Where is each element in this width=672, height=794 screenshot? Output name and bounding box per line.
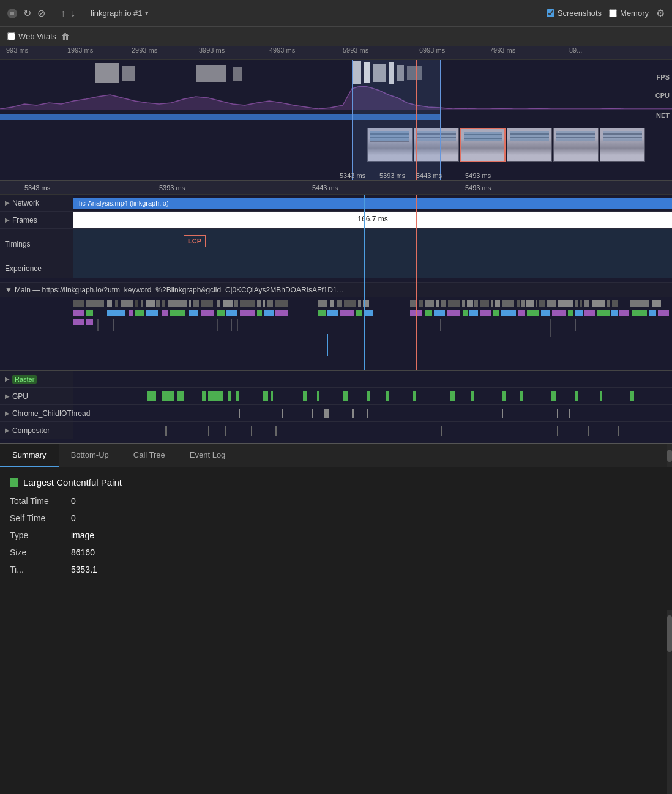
svg-rect-27 [223,300,233,307]
detail-key-type: Type [10,530,71,540]
chrome-io-track-label: ▶ Chrome_ChildIOThread [0,405,73,421]
tab-summary[interactable]: Summary [0,444,59,467]
svg-rect-103 [575,310,583,316]
download-button[interactable]: ↓ [70,8,75,19]
gpu-expand-icon[interactable]: ▶ [5,393,10,399]
zoomed-timeline[interactable]: 5343 ms 5393 ms 5443 ms 5493 ms ▶ Networ… [0,181,672,371]
svg-rect-69 [86,310,93,316]
detail-scrollbar-track[interactable] [667,610,672,794]
detail-row-next: Ti... 5353.1 [10,565,662,574]
tabs-scrollbar-thumb [667,450,672,462]
svg-rect-51 [495,300,500,307]
time-label-mid: 5393 ms [379,172,405,179]
session-selector[interactable]: linkgraph.io #1 ▾ [91,9,149,18]
screenshots-toggle[interactable]: Screenshots [547,9,602,18]
gpu-label-text: GPU [12,392,28,401]
screenshots-checkbox[interactable] [547,9,554,17]
gpu-bar-7 [236,391,239,401]
detail-key-next: Ti... [10,565,71,574]
svg-rect-106 [611,310,618,316]
memory-checkbox[interactable] [609,9,617,17]
raster-label-text: Raster [12,375,37,384]
prohibit-button[interactable]: ⊘ [37,7,45,19]
svg-rect-85 [327,310,338,316]
chrome-io-expand-icon[interactable]: ▶ [5,410,10,417]
timeline-overview[interactable]: 993 ms 1993 ms 2993 ms 3993 ms 4993 ms 5… [0,46,672,181]
network-expand-icon[interactable]: ▶ [5,199,10,206]
ruler-tick-0: 993 ms [6,46,28,54]
svg-rect-24 [193,300,199,307]
detail-title-icon [10,478,18,487]
svg-rect-101 [552,310,566,316]
detail-key-self-time: Self Time [10,513,71,523]
svg-rect-74 [162,310,168,316]
gpu-bar-5 [208,391,223,401]
tab-event-log[interactable]: Event Log [177,444,238,467]
tab-call-tree[interactable]: Call Tree [121,444,177,467]
svg-rect-61 [580,300,582,307]
ruler-tick-1: 1993 ms [67,46,93,54]
frames-expand-icon[interactable]: ▶ [5,217,10,223]
detail-title-row: Largest Contentful Paint [10,477,662,488]
svg-rect-119 [73,319,84,325]
trash-icon[interactable]: 🗑 [61,32,70,42]
detail-val-next: 5353.1 [71,565,97,574]
main-thread-expand-icon[interactable]: ▼ [5,286,12,294]
zoomed-tick-2: 5443 ms [312,184,338,191]
svg-rect-68 [73,310,84,316]
tab-bottom-up-label: Bottom-Up [71,450,109,459]
tabs-scrollbar[interactable] [667,444,672,467]
reload-button[interactable]: ↻ [23,7,31,19]
svg-rect-75 [170,310,185,316]
gpu-bar-17 [471,391,474,401]
svg-rect-29 [240,300,255,307]
detail-panel: Largest Contentful Paint Total Time 0 Se… [0,467,672,794]
memory-label: Memory [620,9,649,18]
io-bar-2 [282,409,283,418]
settings-icon[interactable]: ⚙ [656,7,665,19]
svg-rect-18 [141,300,143,307]
svg-rect-34 [318,300,327,307]
svg-rect-15 [115,300,118,307]
svg-rect-120 [86,319,93,325]
screenshot-thumb-5 [553,128,599,162]
svg-rect-79 [226,310,237,316]
drop-line-1 [97,334,97,356]
compositor-expand-icon[interactable]: ▶ [5,427,10,434]
io-bar-3 [312,409,313,418]
svg-rect-54 [521,300,525,307]
gpu-track-label: ▶ GPU [0,388,73,404]
timings-row: Timings LCP [0,229,672,259]
screenshot-thumb-4 [507,128,552,162]
raster-expand-icon[interactable]: ▶ [5,376,10,382]
svg-rect-33 [275,300,288,307]
window-controls: ↻ ⊘ [7,7,45,19]
session-dropdown-icon[interactable]: ▾ [145,9,149,17]
web-vitals-toggle[interactable]: Web Vitals [7,32,56,41]
timings-track-content: LCP [73,229,672,259]
upload-button[interactable]: ↑ [61,8,65,19]
overview-selection [352,60,441,180]
detail-title-text: Largest Contentful Paint [23,477,122,488]
svg-rect-59 [558,300,573,307]
tab-bottom-up[interactable]: Bottom-Up [59,444,121,467]
svg-rect-16 [121,300,133,307]
svg-rect-71 [129,310,133,316]
svg-rect-90 [425,310,432,316]
gpu-bar-10 [303,391,307,401]
svg-rect-86 [340,310,354,316]
svg-rect-87 [356,310,362,316]
svg-rect-56 [536,300,537,307]
comp-bar-8 [588,426,589,436]
experience-track-content [73,259,672,278]
experience-track-label: Experience [0,259,73,278]
io-bar-8 [557,409,558,418]
svg-rect-73 [146,310,158,316]
gpu-bar-8 [263,391,268,401]
gpu-bar-11 [317,391,319,401]
memory-toggle[interactable]: Memory [609,9,649,18]
svg-rect-99 [527,310,539,316]
stop-button[interactable] [7,9,17,18]
web-vitals-checkbox[interactable] [7,32,15,40]
time-label-end: 5493 ms [465,172,491,179]
